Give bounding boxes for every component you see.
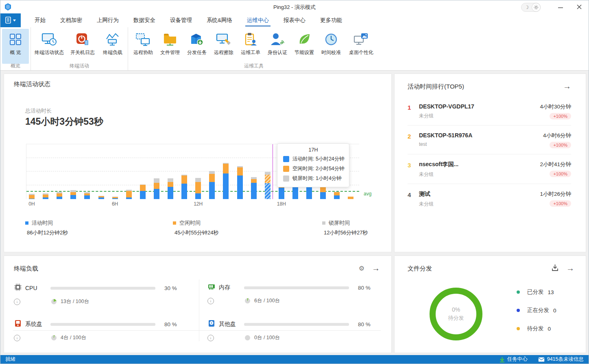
tab-report-center[interactable]: 报表中心 — [276, 13, 313, 27]
distribute-download-icon[interactable] — [551, 264, 559, 273]
load-settings-gear-icon[interactable]: ⚙ — [359, 264, 364, 272]
bar-6H[interactable] — [112, 197, 118, 199]
minimize-button[interactable] — [551, 0, 570, 13]
tab-data-security[interactable]: 数据安全 — [126, 13, 163, 27]
bar-3H[interactable] — [70, 190, 76, 199]
bar-segment-活动时间 — [29, 199, 35, 199]
system-disk-icon — [14, 320, 22, 329]
terminal-group: 未分组 — [419, 113, 540, 119]
close-button[interactable] — [570, 0, 589, 13]
work-order-button[interactable]: 运维工单 — [237, 29, 264, 64]
bar-1H[interactable] — [43, 193, 48, 199]
bar-9H[interactable] — [154, 178, 159, 199]
bar-11H[interactable] — [181, 175, 187, 199]
bar-segment-活动时间 — [140, 191, 146, 199]
identity-auth-button[interactable]: 身份认证 — [264, 29, 291, 64]
terminal-load-label: 终端负载 — [103, 49, 122, 56]
terminal-activity-panel: 终端活动状态 总活动时长 145小时3分钟53秒 17H 活动时间: 5小时24… — [4, 74, 392, 252]
tab-start[interactable]: 开始 — [27, 13, 53, 27]
cpu-label: CPU — [25, 285, 50, 291]
bar-23H[interactable] — [348, 197, 353, 199]
bar-7H[interactable] — [126, 190, 132, 199]
remote-wipe-button[interactable]: 远程擦除 — [210, 29, 237, 64]
bar-segment-空闲时间 — [43, 195, 48, 197]
bar-16H[interactable] — [251, 177, 257, 199]
tab-web-behavior[interactable]: 上网行为 — [89, 13, 126, 27]
dark-mode-icon[interactable]: ☽ — [521, 4, 532, 11]
terminal-activity-status-button[interactable]: 终端活动状态 — [33, 29, 66, 64]
distribute-task-button[interactable]: 分发任务 — [183, 29, 210, 64]
overview-grid-icon — [9, 31, 22, 48]
activity-time: 1小时26分钟 — [540, 191, 571, 198]
rank-number: 1 — [408, 103, 419, 111]
bar-segment-锁屏时间 — [209, 171, 215, 174]
memory-icon — [207, 284, 216, 292]
tab-ops-center[interactable]: 运维中心 — [240, 13, 276, 27]
desktop-custom-icon — [353, 31, 369, 48]
time-sync-label: 时间校准 — [321, 49, 341, 56]
file-manage-button[interactable]: 文件管理 — [157, 29, 183, 64]
tab-device-mgmt[interactable]: 设备管理 — [163, 13, 199, 27]
bar-8H[interactable] — [140, 184, 146, 199]
total-activity-label: 总活动时长 — [25, 107, 52, 115]
terminal-load-button[interactable]: 终端负载 — [99, 29, 126, 64]
bar-2H[interactable] — [57, 192, 62, 199]
remote-wipe-label: 远程擦除 — [214, 49, 233, 56]
distribution-more-arrow-icon[interactable]: → — [566, 264, 574, 272]
monitor-clock-icon — [41, 31, 57, 48]
terminal-group: test — [419, 141, 543, 147]
info-icon[interactable]: i — [14, 299, 20, 305]
other-disk-icon — [207, 320, 216, 329]
power-log-button[interactable]: 开关机日志 — [66, 29, 99, 64]
info-icon[interactable]: i — [14, 335, 20, 341]
bar-15H[interactable] — [237, 166, 243, 199]
ranking-item-4[interactable]: 4 测试未分组 1小时26分钟+100% — [408, 184, 571, 213]
work-order-icon — [244, 31, 257, 48]
tab-more-features[interactable]: 更多功能 — [313, 13, 349, 27]
energy-settings-button[interactable]: 节能设置 — [291, 29, 318, 64]
activity-ranking-panel: 活动时间排行(TOP5) → 1 DESKTOP-VGDPL17未分组 4小时3… — [394, 74, 586, 252]
bar-17H[interactable] — [265, 172, 271, 199]
bar-5H[interactable] — [98, 196, 104, 199]
time-sync-button[interactable]: 时间校准 — [318, 29, 345, 64]
clock-icon — [324, 31, 338, 48]
bar-10H[interactable] — [168, 178, 173, 199]
idle-time-swatch — [283, 166, 289, 172]
title-bar: Ping32 - 演示模式 ☽ — [0, 0, 589, 14]
bar-0H[interactable] — [29, 194, 35, 199]
bar-segment-空闲时间 — [209, 174, 215, 182]
tab-doc-encrypt[interactable]: 文档加密 — [53, 13, 89, 27]
info-icon[interactable]: i — [207, 298, 214, 304]
bar-segment-活动时间 — [223, 173, 229, 199]
bar-22H[interactable] — [334, 192, 340, 199]
terminal-load-panel: 终端负载 ⚙ → CPU 30 % i 13台 / 100台 — [4, 256, 392, 353]
light-mode-icon[interactable] — [532, 3, 540, 11]
ranking-item-1[interactable]: 1 DESKTOP-VGDPL17未分组 4小时30分钟+100% — [408, 97, 571, 126]
unread-messages-button[interactable]: 9415条未读信息 — [538, 356, 584, 363]
bar-14H[interactable] — [223, 163, 229, 199]
active-legend-label: 活动时间 — [32, 219, 53, 227]
app-menu-button[interactable] — [0, 13, 21, 27]
envelope-icon — [538, 357, 545, 362]
group-label-terminal-activity: 终端活动 — [31, 63, 128, 69]
legend-pending: 待分发0 — [517, 325, 556, 332]
bar-4H[interactable] — [84, 192, 90, 199]
memory-count: 6台 / 100台 — [254, 297, 280, 304]
bar-segment-活动时间 — [265, 183, 271, 199]
desktop-personalize-button[interactable]: 桌面个性化 — [345, 29, 378, 64]
load-more-arrow-icon[interactable]: → — [372, 264, 380, 272]
theme-toggle[interactable]: ☽ — [521, 3, 541, 12]
ranking-item-3[interactable]: 3 nsecsoft李国...未分组 2小时41分钟+100% — [408, 154, 571, 184]
task-center-button[interactable]: 任务中心 — [500, 356, 528, 363]
bar-12H[interactable] — [195, 178, 201, 199]
ranking-more-arrow-icon[interactable]: → — [563, 82, 571, 90]
remote-assist-button[interactable]: 远程协助 — [130, 29, 157, 64]
bar-13H[interactable] — [209, 171, 215, 199]
other-disk-progress-bar — [244, 323, 349, 326]
overview-button[interactable]: 概 览 — [2, 29, 29, 64]
caret-down-icon — [13, 20, 16, 22]
info-icon[interactable]: i — [207, 335, 214, 341]
tab-system-network[interactable]: 系统&网络 — [199, 13, 240, 27]
activity-chart-plot[interactable]: 17H 活动时间: 5小时24分钟 空闲时间: 2小时54分钟 锁屏时间: 1小… — [26, 144, 359, 199]
ranking-item-2[interactable]: 2 DESKTOP-51R976Atest 4小时6分钟+100% — [408, 126, 571, 154]
